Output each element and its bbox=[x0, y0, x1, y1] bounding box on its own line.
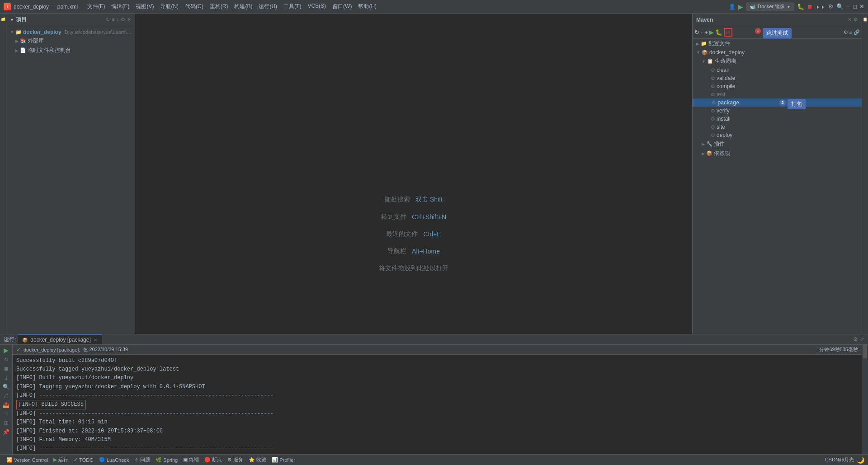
run-config-dropdown[interactable]: 🐋 Docker 镜像 ▼ bbox=[746, 2, 794, 11]
window-close-button[interactable]: ✕ bbox=[859, 3, 864, 10]
run-rerun-icon[interactable]: ↻ bbox=[4, 357, 9, 363]
menu-vcs[interactable]: VCS(S) bbox=[304, 1, 329, 12]
hint-drag: 将文件拖放到此处以打开 bbox=[379, 264, 448, 272]
issues-label: 问题 bbox=[140, 456, 150, 463]
collapse-all-icon[interactable]: ≡ bbox=[112, 17, 114, 23]
maven-item-site[interactable]: ⚙ site bbox=[693, 123, 862, 131]
right-icon-1[interactable]: 📋 bbox=[863, 17, 868, 22]
maven-item-plugins[interactable]: ▶ 🔧 插件 bbox=[693, 139, 862, 149]
validate-gear-icon: ⚙ bbox=[711, 75, 715, 81]
gear-settings-icon[interactable]: ⚙ bbox=[121, 17, 125, 23]
maven-item-project[interactable]: ▼ 📦 docker_deploy bbox=[693, 48, 862, 56]
run-tab-close-icon[interactable]: ✕ bbox=[94, 338, 97, 343]
menu-file[interactable]: 文件(F) bbox=[84, 1, 108, 12]
menu-view[interactable]: 视图(V) bbox=[132, 1, 157, 12]
run-scrollbar[interactable] bbox=[862, 345, 868, 465]
run-tab-active[interactable]: 📦 docker_deploy [package] ✕ bbox=[18, 334, 101, 344]
run-play-icon[interactable]: ▶ bbox=[4, 347, 9, 354]
run-expand-icon[interactable]: ⤢ bbox=[860, 336, 864, 343]
settings-button[interactable]: ⚙ bbox=[828, 3, 834, 10]
window-min-button[interactable]: ─ bbox=[846, 3, 850, 10]
maven-item-clean[interactable]: ⚙ clean bbox=[693, 66, 862, 74]
maven-gear-icon[interactable]: ⚙ bbox=[854, 17, 858, 23]
maven-item-verify[interactable]: ⚙ verify bbox=[693, 107, 862, 115]
run-share-icon[interactable]: 📤 bbox=[3, 402, 9, 408]
run-pin-icon[interactable]: 📌 bbox=[3, 429, 9, 435]
maven-item-validate[interactable]: ⚙ validate bbox=[693, 74, 862, 82]
config-folder-icon: 📁 bbox=[701, 41, 707, 47]
status-todo[interactable]: ✓ TODO bbox=[71, 455, 96, 465]
breakpoints-label: 断点 bbox=[212, 456, 222, 463]
status-favorites[interactable]: ⭐ 收藏 bbox=[246, 455, 269, 465]
maven-item-deploy[interactable]: ⚙ deploy bbox=[693, 131, 862, 139]
maven-item-lifecycle[interactable]: ▼ 📋 生命周期 bbox=[693, 56, 862, 66]
expand-icon[interactable]: ↕ bbox=[117, 17, 119, 23]
maven-item-test[interactable]: ⚙ test bbox=[693, 90, 862, 99]
avatar-icon[interactable]: 👤 bbox=[729, 4, 736, 10]
status-services[interactable]: ⚙ 服务 bbox=[225, 455, 246, 465]
search-button[interactable]: 🔍 bbox=[836, 3, 844, 10]
status-run[interactable]: ▶ 运行 bbox=[51, 455, 71, 465]
run-scroll-end-icon[interactable]: ⤓ bbox=[4, 375, 9, 381]
temp-arrow-icon: ▶ bbox=[15, 48, 19, 53]
status-luacheck[interactable]: 🔵 LuaCheck bbox=[96, 455, 132, 465]
debug-button[interactable]: 🐛 bbox=[797, 3, 804, 10]
project-maven-icon: 📦 bbox=[702, 50, 708, 56]
sync-icon[interactable]: ↻ bbox=[106, 17, 110, 23]
maven-add-icon[interactable]: + bbox=[705, 29, 708, 36]
menu-code[interactable]: 代码(C) bbox=[182, 1, 207, 12]
project-icon[interactable]: 📁 bbox=[1, 17, 5, 22]
status-breakpoints[interactable]: 🔴 断点 bbox=[202, 455, 225, 465]
maven-item-deps[interactable]: ▶ 📦 依赖项 bbox=[693, 149, 862, 158]
luacheck-icon: 🔵 bbox=[99, 457, 105, 463]
tree-item-root[interactable]: ▼ 📁 docker_deploy D:\yue\codebase\yue\Le… bbox=[6, 28, 135, 36]
maven-item-config[interactable]: ▶ 📁 配置文件 bbox=[693, 39, 862, 48]
menu-navigate[interactable]: 导航(N) bbox=[157, 1, 182, 12]
menu-build[interactable]: 构建(B) bbox=[231, 1, 255, 12]
maven-run-icon[interactable]: ▶ bbox=[709, 29, 714, 36]
maven-item-compile[interactable]: ⚙ compile bbox=[693, 82, 862, 90]
maven-link-icon[interactable]: 🔗 bbox=[854, 29, 860, 35]
tree-item-external[interactable]: ▶ 📚 外部库 bbox=[6, 36, 135, 46]
run-stop-icon[interactable]: ⏹ bbox=[4, 366, 9, 372]
menu-tools[interactable]: 工具(T) bbox=[280, 1, 304, 12]
status-version-control[interactable]: 🔀 Version Control bbox=[4, 455, 51, 465]
maven-debug-icon[interactable]: 🐛 bbox=[715, 29, 722, 36]
maven-settings-icon[interactable]: ⚙ bbox=[844, 29, 848, 35]
maven-item-install[interactable]: ⚙ install bbox=[693, 115, 862, 123]
window-max-button[interactable]: □ bbox=[853, 3, 857, 10]
run-right-icons bbox=[862, 345, 868, 465]
verify-gear-icon: ⚙ bbox=[711, 108, 715, 114]
run-filter-icon[interactable]: ≡ bbox=[5, 411, 8, 417]
maven-refresh-icon[interactable]: ↻ bbox=[694, 29, 699, 36]
run-tab-icon: 📦 bbox=[22, 338, 28, 343]
maven-config-icon[interactable]: ≡ bbox=[849, 30, 852, 35]
maven-item-package[interactable]: ⚙ package 2 打包 bbox=[693, 99, 862, 107]
menu-run[interactable]: 运行(U) bbox=[255, 1, 280, 12]
menu-edit[interactable]: 编辑(E) bbox=[108, 1, 132, 12]
run-all-button[interactable]: ⏵⏵ bbox=[816, 4, 826, 9]
status-profiler[interactable]: 📊 Profiler bbox=[269, 455, 298, 465]
project-dropdown-icon[interactable]: ▼ bbox=[10, 18, 14, 22]
validate-label: validate bbox=[717, 75, 735, 81]
tree-item-temp[interactable]: ▶ 📄 临时文件和控制台 bbox=[6, 46, 135, 55]
maven-skip-tests-icon[interactable]: ⊘ bbox=[724, 28, 732, 37]
status-spring[interactable]: 🌿 Spring bbox=[153, 455, 180, 465]
menu-refactor[interactable]: 重构(R) bbox=[207, 1, 231, 12]
status-terminal[interactable]: ▣ 终端 bbox=[180, 455, 202, 465]
menu-help[interactable]: 帮助(H) bbox=[355, 1, 380, 12]
skip-tests-tooltip: 跳过测试 bbox=[763, 28, 792, 38]
run-search-icon[interactable]: 🔍 bbox=[3, 384, 9, 390]
run-settings-icon[interactable]: ⚙ bbox=[853, 336, 858, 343]
run-button[interactable]: ▶ bbox=[738, 3, 743, 10]
run-layout-icon[interactable]: ⊞ bbox=[4, 420, 9, 426]
status-issues[interactable]: ⚠ 问题 bbox=[132, 455, 153, 465]
stop-button[interactable]: ⏹ bbox=[807, 3, 813, 10]
run-print-icon[interactable]: 🖨 bbox=[4, 393, 9, 399]
close-panel-icon[interactable]: ✕ bbox=[127, 17, 131, 23]
lifecycle-icon: 📋 bbox=[707, 58, 713, 64]
maven-collapse-icon[interactable]: ↕ bbox=[701, 30, 703, 35]
menu-window[interactable]: 窗口(W) bbox=[329, 1, 355, 12]
hint-goto-file: 转到文件 Ctrl+Shift+N bbox=[381, 213, 446, 221]
maven-close-icon[interactable]: ✕ bbox=[848, 17, 852, 23]
